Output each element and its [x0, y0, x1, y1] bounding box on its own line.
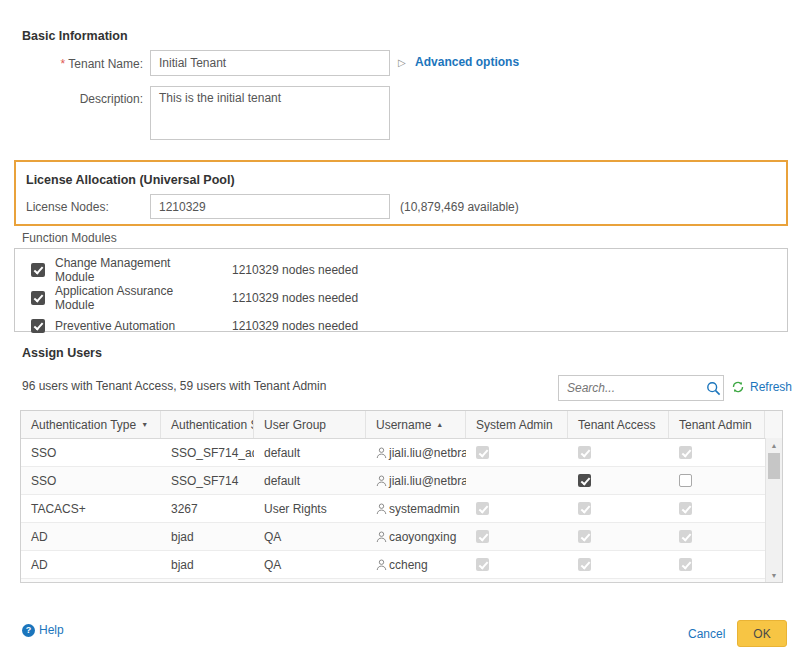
table-scrollbar[interactable]: ▲ ▼ [765, 438, 782, 583]
description-input[interactable]: This is the initial tenant [150, 86, 390, 140]
license-allocation-section: License Allocation (Universal Pool) Lice… [14, 160, 788, 226]
user-icon [376, 475, 387, 487]
sort-asc-icon: ▲ [436, 421, 443, 428]
column-header-user-group[interactable]: User Group [254, 411, 366, 438]
scrollbar-thumb[interactable] [768, 453, 780, 479]
tenant-admin-checkbox[interactable] [679, 502, 692, 515]
cell-auth-server: bjad [161, 579, 254, 583]
user-icon [376, 531, 387, 543]
cell-username: chengpu [366, 579, 466, 583]
column-header-system-admin[interactable]: System Admin [466, 411, 568, 438]
tenant-access-checkbox[interactable] [578, 558, 591, 571]
help-icon: ? [22, 624, 35, 637]
module-checkbox[interactable] [31, 319, 45, 333]
module-checkbox[interactable] [31, 263, 45, 277]
module-row-change-management: Change Management Module 1210329 nodes n… [31, 256, 358, 284]
cell-user-group: QA [254, 523, 366, 550]
assign-users-title: Assign Users [22, 346, 102, 360]
column-header-authentication-type[interactable]: Authentication Type ▼ [21, 411, 161, 438]
cell-auth-server: 3267 [161, 495, 254, 522]
tenant-access-checkbox[interactable] [578, 446, 591, 459]
column-header-tenant-admin[interactable]: Tenant Admin [669, 411, 765, 438]
module-label: Preventive Automation [55, 319, 210, 333]
module-row-application-assurance: Application Assurance Module 1210329 nod… [31, 284, 358, 312]
table-row[interactable]: SSO SSO_SF714_admin default jiali.liu@ne… [21, 439, 782, 467]
tenant-admin-checkbox[interactable] [679, 446, 692, 459]
system-admin-checkbox[interactable] [476, 530, 489, 543]
column-header-username[interactable]: Username ▲ [366, 411, 466, 438]
system-admin-checkbox[interactable] [476, 446, 489, 459]
module-row-preventive-automation: Preventive Automation 1210329 nodes need… [31, 312, 358, 340]
module-label: Application Assurance Module [55, 284, 210, 312]
module-checkbox[interactable] [31, 291, 45, 305]
header-scrollbar-spacer [765, 411, 781, 438]
cell-auth-server: bjad [161, 551, 254, 578]
module-nodes-needed: 1210329 nodes needed [232, 291, 358, 305]
cell-auth-server: bjad [161, 523, 254, 550]
ok-button[interactable]: OK [737, 620, 787, 647]
sort-desc-icon: ▼ [141, 421, 148, 428]
system-admin-checkbox[interactable] [476, 558, 489, 571]
cell-username: ccheng [366, 551, 466, 578]
column-header-tenant-access[interactable]: Tenant Access [568, 411, 669, 438]
cell-user-group: User Rights [254, 495, 366, 522]
users-table: Authentication Type ▼ Authentication Se.… [20, 410, 783, 583]
refresh-icon [731, 380, 745, 394]
cell-auth-type: AD [21, 523, 161, 550]
table-header-row: Authentication Type ▼ Authentication Se.… [21, 411, 782, 439]
required-asterisk: * [61, 57, 66, 71]
user-icon [376, 447, 387, 459]
cell-user-group: default [254, 439, 366, 466]
cell-user-group: QA [254, 579, 366, 583]
tenant-edit-dialog: Basic Information *Tenant Name: ▷ Advanc… [0, 0, 803, 650]
help-label: Help [39, 623, 64, 637]
cell-auth-type: TACACS+ [21, 495, 161, 522]
license-nodes-label: License Nodes: [26, 200, 109, 214]
advanced-options-label: Advanced options [415, 55, 519, 69]
table-row[interactable]: AD bjad QA caoyongxing [21, 523, 782, 551]
cell-auth-type: AD [21, 579, 161, 583]
tenant-access-checkbox[interactable] [578, 502, 591, 515]
cell-auth-type: SSO [21, 439, 161, 466]
function-modules-title: Function Modules [22, 231, 117, 245]
cancel-button[interactable]: Cancel [688, 627, 725, 641]
column-header-authentication-server[interactable]: Authentication Se... [161, 411, 254, 438]
license-nodes-input[interactable] [150, 194, 390, 219]
module-label: Change Management Module [55, 256, 210, 284]
assign-users-summary: 96 users with Tenant Access, 59 users wi… [22, 379, 326, 393]
module-nodes-needed: 1210329 nodes needed [232, 319, 358, 333]
refresh-button[interactable]: Refresh [731, 380, 792, 394]
table-row[interactable]: SSO SSO_SF714 default jiali.liu@netbrai.… [21, 467, 782, 495]
tenant-admin-checkbox[interactable] [679, 530, 692, 543]
tenant-admin-checkbox[interactable] [679, 474, 692, 487]
search-icon[interactable] [703, 381, 723, 396]
table-row[interactable]: AD bjad QA chengpu [21, 579, 782, 583]
refresh-label: Refresh [750, 380, 792, 394]
cell-auth-server: SSO_SF714 [161, 467, 254, 494]
cell-auth-server: SSO_SF714_admin [161, 439, 254, 466]
scroll-up-arrow-icon[interactable]: ▲ [766, 439, 782, 452]
table-body: SSO SSO_SF714_admin default jiali.liu@ne… [21, 439, 782, 583]
search-input[interactable] [559, 376, 703, 400]
tenant-access-checkbox[interactable] [578, 530, 591, 543]
scroll-down-arrow-icon[interactable]: ▼ [766, 569, 782, 582]
tenant-access-checkbox[interactable] [578, 474, 591, 487]
description-label: Description: [0, 92, 143, 106]
license-available-note: (10,879,469 available) [400, 200, 519, 214]
user-search-box [558, 375, 724, 401]
system-admin-checkbox[interactable] [476, 502, 489, 515]
cell-auth-type: AD [21, 551, 161, 578]
tenant-name-input[interactable] [150, 50, 390, 76]
help-link[interactable]: ? Help [22, 623, 64, 637]
tenant-name-label: *Tenant Name: [0, 57, 143, 71]
function-modules-box: Change Management Module 1210329 nodes n… [14, 248, 788, 332]
advanced-options-link[interactable]: ▷ Advanced options [398, 55, 519, 69]
table-row[interactable]: AD bjad QA ccheng [21, 551, 782, 579]
cell-username: caoyongxing [366, 523, 466, 550]
cell-user-group: default [254, 467, 366, 494]
tenant-admin-checkbox[interactable] [679, 558, 692, 571]
table-row[interactable]: TACACS+ 3267 User Rights systemadmin [21, 495, 782, 523]
basic-information-title: Basic Information [22, 29, 128, 43]
module-nodes-needed: 1210329 nodes needed [232, 263, 358, 277]
user-icon [376, 503, 387, 515]
